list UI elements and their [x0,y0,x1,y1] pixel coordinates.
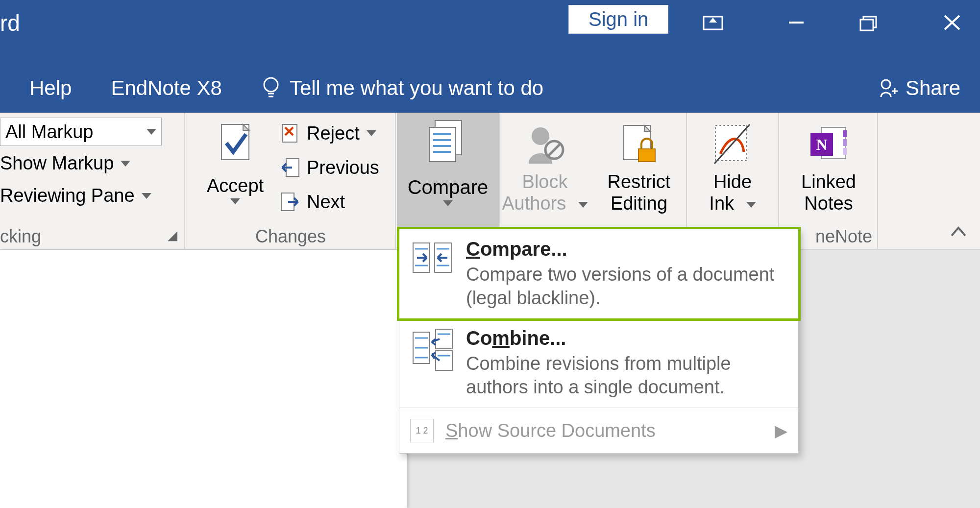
compare-icon [423,118,472,171]
dialog-launcher-icon[interactable]: ◢ [168,228,177,243]
group-changes: Accept Reject Previous Next [186,113,396,250]
svg-rect-20 [429,127,456,162]
svg-point-6 [264,78,278,92]
linked-notes-button[interactable]: N Linked Notes [780,122,877,214]
group-tracking: All Markup Show Markup Reviewing Pane ck… [0,113,185,250]
share-label: Share [906,76,960,100]
menu-compare-title: Compare... [466,238,787,260]
svg-rect-36 [843,148,847,155]
block-authors-button[interactable]: Block Authors [501,122,589,214]
svg-rect-14 [282,124,297,142]
hide-ink-line1: Hide [713,171,752,192]
close-icon[interactable] [940,13,964,37]
accept-label: Accept [201,175,270,196]
sign-in-button[interactable]: Sign in [568,5,668,34]
group-label-tracking: cking [0,226,184,247]
share-button[interactable]: Share [878,76,960,100]
svg-text:N: N [816,136,827,153]
show-source-icon: 1 2 [410,419,434,442]
chevron-down-icon [578,202,588,208]
block-authors-line2: Authors [502,193,566,214]
menu-combine-desc: Combine revisions from multiple authors … [466,352,787,399]
restrict-line2: Editing [611,193,667,214]
compare-docs-icon [410,238,454,282]
previous-button[interactable]: Previous [279,157,379,178]
reviewing-pane-label: Reviewing Pane [0,185,135,206]
menu-combine-item[interactable]: Combine... Combine revisions from multip… [399,318,798,408]
combo-value: All Markup [5,121,94,143]
previous-label: Previous [307,157,379,178]
chevron-down-icon [121,161,130,167]
block-authors-icon [523,122,567,167]
svg-rect-35 [843,139,847,146]
hide-ink-icon [710,122,755,167]
restrict-editing-button[interactable]: Restrict Editing [595,122,683,214]
tab-help[interactable]: Help [29,76,72,100]
submenu-arrow-icon: ▶ [775,421,787,440]
restrict-line1: Restrict [608,171,671,192]
compare-label: Compare [397,176,499,198]
ribbon-tabs: Help EndNote X8 Tell me what you want to… [0,69,980,108]
menu-combine-title: Combine... [466,327,787,349]
svg-line-27 [548,144,560,156]
menu-show-source-documents[interactable]: 1 2 Show Source Documents ▶ [399,408,798,453]
hide-ink-line2: Ink [709,193,734,214]
collapse-ribbon-icon[interactable] [950,223,967,244]
onenote-icon: N [807,122,851,167]
compare-dropdown-menu: Compare... Compare two versions of a doc… [399,228,799,454]
app-title: rd [0,10,20,36]
tell-me-label: Tell me what you want to do [290,76,543,100]
titlebar: rd Sign in Help EndNote X8 T [0,0,980,113]
tell-me-search[interactable]: Tell me what you want to do [261,76,543,100]
chevron-down-icon [230,198,240,204]
menu-compare-item[interactable]: Compare... Compare two versions of a doc… [397,227,801,321]
chevron-down-icon [147,129,156,135]
chevron-down-icon [367,130,376,136]
show-markup-button[interactable]: Show Markup [0,153,130,174]
svg-point-9 [882,80,890,89]
next-button[interactable]: Next [279,191,345,213]
linked-notes-line1: Linked [801,171,856,192]
group-label-changes: Changes [186,226,395,247]
show-source-label: Show Source Documents [445,420,656,441]
accept-button[interactable]: Accept [201,122,270,204]
reject-button[interactable]: Reject [279,122,376,144]
document-page[interactable] [0,250,407,508]
restore-icon[interactable] [857,13,881,37]
svg-rect-3 [860,20,873,30]
lightbulb-icon [261,76,281,100]
reviewing-pane-button[interactable]: Reviewing Pane [0,185,151,206]
chevron-down-icon [746,202,756,208]
next-icon [279,191,301,213]
hide-ink-button[interactable]: Hide Ink [687,122,778,214]
linked-notes-line2: Notes [804,193,853,214]
compare-button[interactable]: Compare [397,118,499,206]
previous-icon [279,157,301,178]
block-authors-line1: Block [522,171,568,192]
ribbon-display-options-icon[interactable] [701,13,725,37]
reject-label: Reject [307,123,360,144]
svg-rect-34 [843,130,847,137]
combine-docs-icon [410,327,454,371]
reject-icon [279,122,301,144]
minimize-icon[interactable] [784,13,808,37]
accept-icon [216,122,255,171]
restrict-editing-icon [617,122,661,167]
next-label: Next [307,192,345,213]
show-markup-label: Show Markup [0,153,114,174]
chevron-down-icon [443,200,453,206]
svg-point-25 [532,127,549,145]
chevron-down-icon [142,193,151,199]
tab-endnote[interactable]: EndNote X8 [111,76,222,100]
menu-compare-desc: Compare two versions of a document (lega… [466,263,787,310]
svg-rect-30 [638,149,655,162]
share-icon [878,77,900,99]
display-for-review-combo[interactable]: All Markup [0,118,162,146]
